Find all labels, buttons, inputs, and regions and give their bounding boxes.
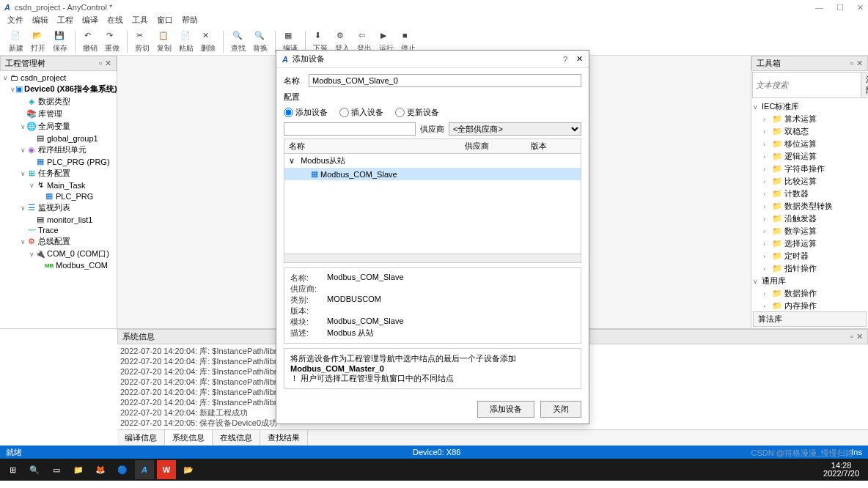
close-icon[interactable]: ✕ — [857, 3, 864, 12]
toolbar-撤销[interactable]: ↶撤销 — [80, 29, 100, 53]
panel-close-icon[interactable]: ✕ — [105, 59, 111, 68]
panel-pin-icon[interactable]: ▫ — [850, 59, 853, 68]
toolbar-保存[interactable]: 💾保存 — [50, 29, 70, 53]
system-clock[interactable]: 14:282022/7/20 — [817, 462, 865, 478]
device-group-row[interactable]: ∨ Modbus从站 — [284, 154, 581, 168]
toolbox-item[interactable]: ›📁数据操作 — [753, 287, 867, 300]
tree-item[interactable]: monitor_list1 — [47, 215, 92, 224]
tree-item[interactable]: Modbus_COM — [56, 261, 108, 270]
tree-item[interactable]: Trace — [38, 226, 59, 234]
toolbox-tree[interactable]: ∨IEC标准库›📁算术运算›📁双稳态›📁移位运算›📁逻辑运算›📁字符串操作›📁比… — [751, 99, 868, 310]
toolbox-item[interactable]: ›📁指针操作 — [753, 262, 867, 275]
task-view-icon[interactable]: ▭ — [47, 460, 66, 479]
toolbox-category[interactable]: ∨通用库 — [753, 275, 867, 287]
toolbar-替换[interactable]: 🔍替换 — [250, 29, 271, 53]
toolbox-item[interactable]: ›📁沿触发器 — [753, 212, 867, 225]
toolbar-查找[interactable]: 🔍查找 — [228, 29, 249, 53]
panel-close-icon[interactable]: ✕ — [856, 332, 863, 341]
toolbar-新建[interactable]: 📄新建 — [6, 29, 26, 53]
toolbox-item[interactable]: ›📁算术运算 — [753, 113, 867, 125]
radio-update[interactable]: 更新设备 — [395, 107, 439, 118]
tree-item[interactable]: 监视列表 — [38, 202, 70, 213]
tree-item[interactable]: 总线配置 — [38, 236, 70, 247]
tab-system[interactable]: 系统信息 — [165, 430, 213, 446]
col-name[interactable]: 名称 — [284, 139, 460, 153]
device-name-input[interactable] — [309, 74, 581, 87]
toolbar-删除[interactable]: ✕删除 — [198, 29, 218, 53]
close-button[interactable]: 关闭 — [540, 401, 581, 418]
radio-add[interactable]: 添加设备 — [284, 107, 328, 118]
anycontrol-icon[interactable]: A — [135, 460, 154, 479]
algo-lib-button[interactable]: 算法库 — [753, 311, 867, 327]
project-tree[interactable]: ∨🗀csdn_project ∨▣Device0 (X86指令集系统) ◈数据类… — [0, 71, 117, 272]
start-button[interactable]: ⊞ — [3, 460, 22, 479]
toolbox-item[interactable]: ›📁数据类型转换 — [753, 200, 867, 212]
horizontal-scrollbar[interactable] — [284, 254, 581, 262]
tab-compile[interactable]: 编译信息 — [117, 430, 165, 446]
tree-item[interactable]: 程序组织单元 — [38, 144, 87, 155]
panel-close-icon[interactable]: ✕ — [856, 59, 863, 68]
toolbar-重做[interactable]: ↷重做 — [102, 29, 122, 53]
wps-icon[interactable]: W — [157, 460, 176, 479]
tree-item[interactable]: global_group1 — [47, 134, 98, 143]
menu-compile[interactable]: 编译 — [82, 15, 98, 28]
toolbar-剪切[interactable]: ✂剪切 — [132, 29, 152, 53]
tab-find[interactable]: 查找结果 — [260, 430, 308, 446]
chrome-icon[interactable]: 🔵 — [113, 460, 132, 479]
menu-edit[interactable]: 编辑 — [32, 15, 48, 28]
tree-item[interactable]: 数据类型 — [38, 96, 70, 107]
toolbox-item[interactable]: ›📁移位运算 — [753, 138, 867, 150]
toolbox-item[interactable]: ›📁定时器 — [753, 250, 867, 262]
panel-pin-icon[interactable]: ▫ — [850, 332, 853, 341]
tree-item[interactable]: 全局变量 — [38, 121, 70, 132]
tree-item[interactable]: 库管理 — [38, 108, 62, 119]
tree-device[interactable]: Device0 (X86指令集系统) — [24, 84, 117, 95]
toolbox-item[interactable]: ›📁比较运算 — [753, 175, 867, 188]
menu-file[interactable]: 文件 — [7, 15, 23, 28]
add-device-button[interactable]: 添加设备 — [477, 401, 534, 418]
firefox-icon[interactable]: 🦊 — [91, 460, 110, 479]
filter-input[interactable] — [284, 122, 416, 136]
menu-online[interactable]: 在线 — [107, 15, 123, 28]
tree-item[interactable]: COM_0 (COM口) — [47, 248, 109, 259]
explorer-icon[interactable]: 📁 — [69, 460, 88, 479]
toolbox-item[interactable]: ›📁选择运算 — [753, 237, 867, 250]
toolbox-item[interactable]: ›📁数学运算 — [753, 225, 867, 237]
device-row-selected[interactable]: ▦ Modbus_COM_Slave — [284, 168, 581, 180]
toolbox-search-input[interactable] — [753, 73, 861, 97]
clear-button[interactable]: 清除 — [861, 73, 868, 97]
app-logo-icon: A — [4, 3, 10, 12]
supplier-select[interactable]: <全部供应商> — [449, 122, 581, 136]
maximize-icon[interactable]: ☐ — [836, 3, 844, 12]
toolbar-粘贴[interactable]: 📄粘贴 — [176, 29, 196, 53]
toolbar-打开[interactable]: 📂打开 — [28, 29, 48, 53]
tree-item[interactable]: PLC_PRG — [56, 192, 93, 201]
toolbox-category[interactable]: ∨IEC标准库 — [753, 100, 867, 113]
explorer-window-icon[interactable]: 📂 — [179, 460, 198, 479]
toolbox-item[interactable]: ›📁计数器 — [753, 188, 867, 200]
dialog-close-icon[interactable]: ✕ — [576, 54, 583, 64]
search-icon[interactable]: 🔍 — [25, 460, 44, 479]
minimize-icon[interactable]: — — [815, 3, 823, 12]
menu-window[interactable]: 窗口 — [157, 15, 173, 28]
menubar: 文件 编辑 工程 编译 在线 工具 窗口 帮助 — [0, 15, 868, 28]
tree-item[interactable]: PLC_PRG (PRG) — [47, 158, 110, 166]
toolbar-复制[interactable]: 📋复制 — [154, 29, 174, 53]
panel-pin-icon[interactable]: ▫ — [99, 59, 102, 68]
tree-item[interactable]: Main_Task — [47, 181, 86, 190]
tree-root[interactable]: csdn_project — [21, 73, 66, 82]
toolbox-item[interactable]: ›📁逻辑运算 — [753, 150, 867, 163]
col-supplier[interactable]: 供应商 — [460, 139, 526, 153]
radio-insert[interactable]: 插入设备 — [339, 107, 383, 118]
menu-help[interactable]: 帮助 — [182, 15, 198, 28]
col-version[interactable]: 版本 — [526, 139, 551, 153]
supplier-label: 供应商 — [420, 124, 444, 135]
menu-project[interactable]: 工程 — [57, 15, 73, 28]
toolbox-item[interactable]: ›📁内存操作 — [753, 300, 867, 310]
toolbox-item[interactable]: ›📁字符串操作 — [753, 163, 867, 175]
toolbox-item[interactable]: ›📁双稳态 — [753, 125, 867, 138]
help-icon[interactable]: ? — [563, 55, 567, 64]
tab-online[interactable]: 在线信息 — [213, 430, 260, 446]
tree-item[interactable]: 任务配置 — [38, 168, 70, 179]
menu-tools[interactable]: 工具 — [132, 15, 148, 28]
